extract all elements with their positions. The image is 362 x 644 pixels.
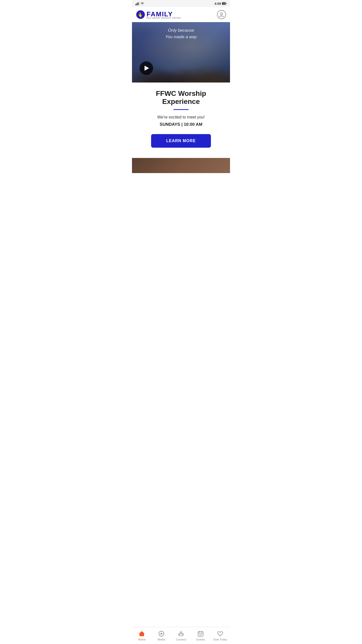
main-content: FFWC Worship Experience We're excited to… [132,83,230,153]
battery-icon [222,2,227,5]
hero-text: Only because You made a way [132,27,230,40]
signal-icon [135,2,140,5]
status-left [135,2,144,5]
learn-more-button[interactable]: LEARN MORE [151,134,211,148]
svg-rect-3 [139,2,140,5]
section-title: FFWC Worship Experience [137,90,225,106]
logo-area: FAMILY Fellowship Worship Center [136,10,181,19]
status-bar: 4:09 [132,0,230,7]
status-time: 4:09 [214,2,221,6]
svg-rect-7 [224,3,224,4]
next-section-preview [132,158,230,173]
svg-rect-5 [226,3,227,4]
logo-flame-icon [136,10,145,19]
section-schedule: SUNDAYS | 10:00 AM [137,122,225,127]
svg-point-9 [220,13,222,15]
profile-button[interactable] [217,10,226,19]
wifi-icon [141,2,144,5]
hero-image: Only because You made a way [132,22,230,83]
svg-rect-1 [137,3,138,5]
app-header: FAMILY Fellowship Worship Center [132,7,230,22]
profile-icon [219,12,224,17]
status-right: 4:09 [214,2,227,6]
logo-subtitle: Fellowship Worship Center [147,17,181,19]
section-tagline: We're excited to meet you! [137,115,225,119]
title-divider [173,109,189,110]
play-triangle-icon [145,66,149,71]
play-button[interactable] [140,61,153,75]
svg-rect-0 [135,4,136,5]
logo-block: FAMILY Fellowship Worship Center [147,10,181,19]
nav-spacer [132,173,230,191]
svg-rect-2 [138,2,139,5]
